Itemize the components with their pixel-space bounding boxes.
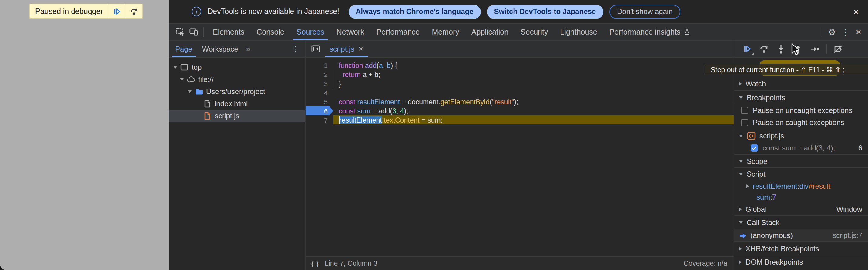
checkbox-unchecked[interactable] xyxy=(741,119,748,126)
checkbox-label: Pause on caught exceptions xyxy=(753,118,844,127)
line-number[interactable]: 1 xyxy=(305,61,333,70)
navigator-tab-workspace[interactable]: Workspace xyxy=(197,41,243,57)
deactivate-breakpoints-button[interactable] xyxy=(832,43,844,55)
line-number[interactable]: 3 xyxy=(305,79,333,88)
inspect-element-button[interactable] xyxy=(174,25,187,38)
devtools-close-icon[interactable]: ✕ xyxy=(852,25,865,38)
tab-security[interactable]: Security xyxy=(515,24,554,40)
section-dom-breakpoints[interactable]: DOM Breakpoints xyxy=(734,255,868,268)
tree-item-label: script.js xyxy=(215,112,239,120)
step-button[interactable] xyxy=(809,43,821,55)
tab-elements[interactable]: Elements xyxy=(207,24,250,40)
tab-console[interactable]: Console xyxy=(250,24,290,40)
scope-var-sum[interactable]: sum: 7 xyxy=(734,192,868,203)
section-scope[interactable]: Scope xyxy=(734,154,868,168)
navigator-menu-icon[interactable]: ⋮ xyxy=(291,41,305,57)
settings-gear-icon[interactable]: ⚙ xyxy=(825,25,839,38)
dont-show-again-button[interactable]: Don't show again xyxy=(609,5,680,19)
step-over-button[interactable] xyxy=(758,43,770,55)
variable-value-id: #result xyxy=(809,182,830,190)
language-infobar: i DevTools is now available in Japanese!… xyxy=(168,0,868,24)
expand-arrow-icon[interactable] xyxy=(172,66,178,68)
scope-global-row[interactable]: Global Window xyxy=(734,203,868,215)
section-xhr-breakpoints[interactable]: XHR/fetch Breakpoints xyxy=(734,241,868,255)
line-number[interactable]: 7 xyxy=(305,115,333,124)
sources-subheader: Page Workspace » ⋮ script.js ✕ xyxy=(168,41,868,58)
tree-item-script-js[interactable]: script.js xyxy=(168,110,305,122)
divider xyxy=(822,27,822,37)
paused-in-debugger-banner: Paused in debugger xyxy=(29,4,143,19)
device-toolbar-icon xyxy=(189,27,198,36)
expand-arrow-icon[interactable] xyxy=(179,78,185,81)
tab-performance-insights[interactable]: Performance insights xyxy=(603,24,697,40)
tree-item-file-scheme[interactable]: file:// xyxy=(168,73,305,86)
scope-var-resultelement[interactable]: resultElement: div#result xyxy=(734,180,868,192)
pretty-print-icon[interactable]: { } xyxy=(311,260,319,267)
checkbox-checked[interactable] xyxy=(750,144,757,152)
step-over-button[interactable] xyxy=(126,4,143,18)
section-breakpoints[interactable]: Breakpoints xyxy=(734,90,868,104)
breakpoint-file-label: script.js xyxy=(760,131,784,140)
panel-tabs: Elements Console Sources Network Perform… xyxy=(207,24,697,40)
script-snippet-icon xyxy=(747,131,755,140)
switch-to-japanese-button[interactable]: Switch DevTools to Japanese xyxy=(487,5,603,19)
match-chrome-language-button[interactable]: Always match Chrome's language xyxy=(348,5,481,19)
tree-item-top[interactable]: top xyxy=(168,61,305,73)
variable-value-tag: div xyxy=(799,182,809,190)
expand-arrow-icon[interactable] xyxy=(187,90,193,93)
info-icon: i xyxy=(192,7,201,17)
line-number[interactable]: 2 xyxy=(305,70,333,79)
checkbox-unchecked[interactable] xyxy=(741,107,748,114)
section-title: Call Stack xyxy=(747,218,779,227)
editor-tab-script-js[interactable]: script.js ✕ xyxy=(323,41,369,57)
code-line-paused: 7 resultElement.textContent = sum; xyxy=(305,115,734,124)
more-menu-icon[interactable]: ⋮ xyxy=(839,25,852,38)
breakpoint-code-label: const sum = add(3, 4); xyxy=(763,144,835,152)
pause-uncaught-row[interactable]: Pause on uncaught exceptions xyxy=(734,104,868,117)
resume-icon xyxy=(113,7,122,16)
tab-close-icon[interactable]: ✕ xyxy=(359,46,363,52)
scope-script-row[interactable]: Script xyxy=(734,168,868,180)
tree-item-index-html[interactable]: index.html xyxy=(168,98,305,110)
infobar-close-button[interactable]: ✕ xyxy=(849,0,863,24)
more-tabs-icon[interactable]: » xyxy=(243,41,253,57)
frame-icon xyxy=(180,63,189,71)
screenshot-stage: Paused in debugger i DevTools is now ava… xyxy=(0,0,868,270)
selected-token: resultElement xyxy=(339,116,382,123)
tab-network[interactable]: Network xyxy=(331,24,371,40)
tab-lighthouse[interactable]: Lighthouse xyxy=(554,24,603,40)
line-number[interactable]: 5 xyxy=(305,97,333,106)
pause-caught-row[interactable]: Pause on caught exceptions xyxy=(734,117,868,129)
chevron-right-icon xyxy=(739,260,741,264)
hide-navigator-button[interactable] xyxy=(308,41,323,57)
tree-item-project-folder[interactable]: Users/user/project xyxy=(168,86,305,98)
folder-icon xyxy=(195,87,203,96)
tab-memory[interactable]: Memory xyxy=(426,24,465,40)
navigator-tab-page[interactable]: Page xyxy=(170,41,197,57)
navigator-panel: top file:// Users/user/project index.htm… xyxy=(168,58,305,270)
section-watch[interactable]: Watch xyxy=(734,77,868,90)
breakpoint-badge[interactable]: 6 xyxy=(305,106,333,115)
step-into-button[interactable] xyxy=(775,43,787,55)
breakpoint-file-group[interactable]: script.js xyxy=(734,129,868,142)
resume-script-button[interactable] xyxy=(109,4,125,18)
tab-performance[interactable]: Performance xyxy=(370,24,426,40)
paused-banner-label: Paused in debugger xyxy=(30,4,108,18)
breakpoints-body: Pause on uncaught exceptions Pause on ca… xyxy=(734,104,868,129)
cursor-position-label: Line 7, Column 3 xyxy=(325,260,377,267)
resume-script-button[interactable] xyxy=(741,43,753,55)
device-toolbar-button[interactable] xyxy=(187,25,200,38)
tab-application[interactable]: Application xyxy=(465,24,515,40)
resume-icon xyxy=(743,44,751,53)
tab-sources[interactable]: Sources xyxy=(290,24,331,40)
breakpoint-entry[interactable]: const sum = add(3, 4); 6 xyxy=(734,142,868,154)
code-line: 2 return a + b; xyxy=(305,70,734,79)
section-call-stack[interactable]: Call Stack xyxy=(734,215,868,229)
call-stack-frame[interactable]: (anonymous) script.js:7 xyxy=(734,229,868,241)
dock-side-icon xyxy=(311,44,320,53)
tree-item-label: file:// xyxy=(198,75,214,84)
page-background: Paused in debugger xyxy=(0,0,168,270)
code-area[interactable]: 1 function add(a, b) { 2 return a + b; 3… xyxy=(305,58,734,256)
line-number[interactable]: 4 xyxy=(305,88,333,97)
chevron-right-icon xyxy=(739,207,741,211)
